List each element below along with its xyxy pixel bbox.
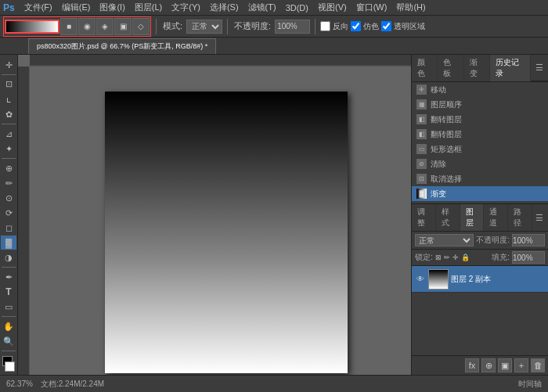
history-item-flip2[interactable]: ◧ 翻转图层	[412, 127, 548, 142]
opacity-input[interactable]	[275, 20, 310, 34]
history-brush-tool[interactable]: ⟳	[1, 206, 16, 220]
layer-thumbnail	[428, 269, 449, 290]
opacity-label: 不透明度:	[476, 235, 510, 246]
lock-image-icon[interactable]: ✏	[444, 254, 450, 261]
history-item-gradient[interactable]: ▓ 渐变	[412, 186, 548, 201]
reverse-checkbox[interactable]	[320, 21, 330, 31]
clone-tool[interactable]: ⊙	[1, 191, 16, 205]
gradient-history-icon: ▓	[416, 189, 427, 199]
tool-sep-3	[2, 158, 16, 159]
layer-mask-btn[interactable]: ⊕	[481, 358, 496, 372]
quick-select-tool[interactable]: ✿	[1, 107, 16, 121]
transparency-checkbox[interactable]	[381, 21, 391, 31]
eraser-tool[interactable]: ◻	[1, 221, 16, 235]
background-color[interactable]	[5, 361, 15, 372]
history-item-layer-order[interactable]: ▦ 图层顺序	[412, 97, 548, 112]
lock-position-icon[interactable]: ✛	[452, 254, 459, 261]
gradient-tool[interactable]: ▓	[1, 236, 16, 250]
dodge-tool[interactable]: ◑	[1, 250, 16, 264]
tool-sep-5	[2, 316, 16, 317]
panel-menu-btn[interactable]: ☰	[532, 61, 546, 75]
layer-opacity-input[interactable]	[512, 234, 545, 246]
history-rect-label: 矩形选框	[431, 144, 462, 155]
selection-tool[interactable]: ⊡	[1, 77, 16, 92]
menu-layer[interactable]: 图层(L)	[130, 0, 167, 15]
history-item-move[interactable]: ✛ 移动	[412, 82, 548, 97]
clear-history-icon: ⊘	[416, 159, 427, 169]
swatches-tab[interactable]: 色板	[438, 55, 463, 81]
zoom-tool[interactable]: 🔍	[1, 334, 16, 348]
dither-checkbox-row: 仿色	[351, 21, 379, 32]
layers-panel-menu-btn[interactable]: ☰	[532, 210, 546, 225]
reflect-gradient-btn[interactable]: ▣	[114, 18, 132, 35]
layer-group-btn[interactable]: ▣	[498, 358, 512, 372]
lock-transparent-icon[interactable]: ⊠	[435, 254, 442, 261]
lasso-tool[interactable]: ʟ	[1, 92, 16, 106]
layer-item[interactable]: 👁 图层 2 副本	[412, 266, 548, 293]
history-tab[interactable]: 历史记录	[490, 55, 531, 81]
history-item-rect[interactable]: ▭ 矩形选框	[412, 142, 548, 156]
move-history-icon: ✛	[416, 85, 427, 95]
menu-file[interactable]: 文件(F)	[20, 0, 57, 15]
reverse-checkbox-row: 反向	[320, 21, 348, 32]
paths-tab[interactable]: 路径	[508, 204, 532, 231]
shape-tool[interactable]: ▭	[1, 300, 16, 314]
lock-all-icon[interactable]: 🔒	[461, 254, 470, 261]
layer-visibility-btn[interactable]: 👁	[415, 274, 426, 285]
style-tab[interactable]: 样式	[436, 204, 460, 231]
layer-fx-btn[interactable]: fx	[465, 358, 479, 372]
canvas[interactable]	[105, 92, 348, 373]
canvas-wrapper	[30, 78, 411, 375]
transparency-label: 透明区域	[394, 21, 425, 32]
color-tab[interactable]: 颜色	[412, 55, 438, 81]
eyedropper-tool[interactable]: ✦	[1, 142, 16, 156]
flip2-history-icon: ◧	[416, 129, 427, 139]
right-panel: 颜色 色板 渐变 历史记录 ☰ ✛ 移动 ▦ 图层顺序 ◧ 翻转图层 ◧	[411, 55, 548, 375]
layer-fill-input[interactable]	[512, 251, 545, 264]
toolbar-divider-3	[315, 19, 315, 34]
transparency-checkbox-row: 透明区域	[381, 21, 425, 32]
text-tool[interactable]: T	[1, 285, 16, 299]
delete-layer-btn[interactable]: 🗑	[531, 358, 545, 372]
canvas-area: // ruler ticks drawn via CSS below	[18, 55, 411, 375]
crop-tool[interactable]: ⊿	[1, 127, 16, 141]
zoom-level: 62.37%	[6, 379, 33, 388]
mode-select[interactable]: 正常	[186, 20, 222, 34]
brush-tool[interactable]: ✏	[1, 176, 16, 190]
menu-image[interactable]: 图像(I)	[95, 0, 129, 15]
menu-window[interactable]: 窗口(W)	[352, 0, 392, 15]
diamond-gradient-btn[interactable]: ◇	[132, 18, 150, 35]
layers-tab[interactable]: 图层	[460, 204, 485, 231]
menu-filter[interactable]: 滤镜(T)	[243, 0, 281, 15]
new-layer-btn[interactable]: +	[514, 358, 528, 372]
menu-view[interactable]: 视图(V)	[313, 0, 352, 15]
patch-tool[interactable]: ⊕	[1, 161, 16, 175]
radial-gradient-btn[interactable]: ◉	[78, 18, 96, 35]
menu-select[interactable]: 选择(S)	[205, 0, 243, 15]
layer-mode-select[interactable]: 正常	[415, 234, 474, 246]
history-item-deselect[interactable]: ⊡ 取消选择	[412, 171, 548, 186]
hand-tool[interactable]: ✋	[1, 319, 16, 333]
linear-gradient-btn[interactable]: ■	[60, 18, 78, 35]
history-item-clear[interactable]: ⊘ 清除	[412, 156, 548, 171]
history-item-flip1[interactable]: ◧ 翻转图层	[412, 112, 548, 127]
angle-gradient-btn[interactable]: ◈	[96, 18, 114, 35]
menu-help[interactable]: 帮助(H)	[391, 0, 430, 15]
opacity-label: 不透明度:	[234, 20, 271, 32]
adjust-tab[interactable]: 调整	[412, 204, 436, 231]
gradient-tab[interactable]: 渐变	[464, 55, 490, 81]
active-tab[interactable]: ps800x320图片.psd @ 66.7% (PS新变工具, RGB/8#)…	[28, 38, 216, 54]
move-tool[interactable]: ✛	[1, 58, 16, 72]
lock-label: 锁定:	[415, 252, 433, 263]
pen-tool[interactable]: ✒	[1, 270, 16, 284]
dither-checkbox[interactable]	[351, 21, 361, 31]
menu-3d[interactable]: 3D(D)	[281, 2, 313, 14]
history-flip2-label: 翻转图层	[431, 129, 462, 140]
history-layer-order-label: 图层顺序	[431, 99, 462, 110]
menu-edit[interactable]: 编辑(E)	[57, 0, 96, 15]
channels-tab[interactable]: 通道	[484, 204, 508, 231]
gradient-preview[interactable]	[5, 20, 59, 34]
history-deselect-label: 取消选择	[431, 174, 462, 185]
menu-text[interactable]: 文字(Y)	[167, 0, 205, 15]
right-top-icons: ☰	[531, 55, 548, 81]
